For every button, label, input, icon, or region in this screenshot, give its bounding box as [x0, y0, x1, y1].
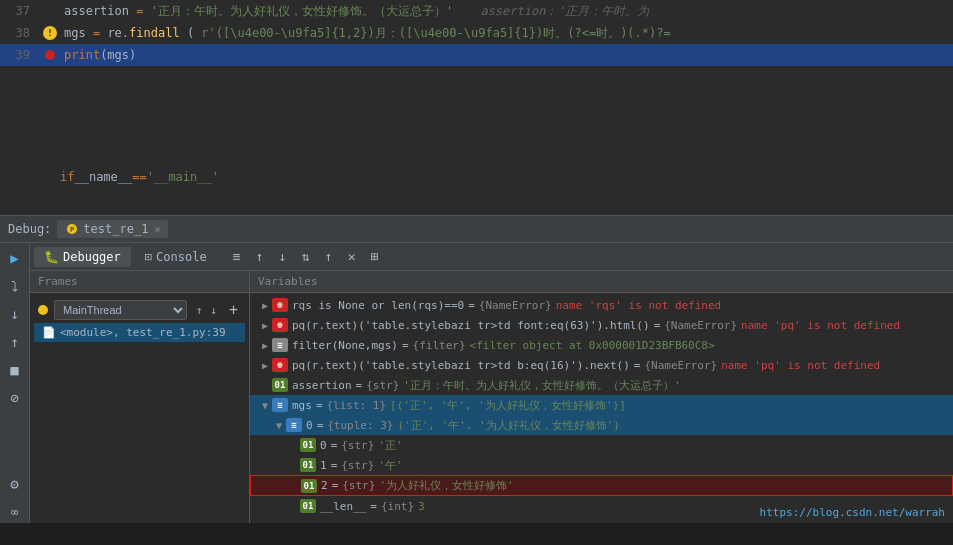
- thread-status-dot: [38, 305, 48, 315]
- expand-mgs: ▼: [258, 400, 272, 411]
- python-icon: P: [65, 222, 79, 236]
- toolbar-table-icon[interactable]: ⊞: [365, 247, 385, 267]
- variables-header: Variables: [250, 271, 953, 293]
- frames-content: MainThread ↑ ↓ + 📄 <module>, test_re_1.p…: [30, 293, 249, 523]
- code-empty-space: [0, 66, 953, 166]
- debug-label: Debug:: [8, 222, 51, 236]
- frame-thread: MainThread ↑ ↓ +: [34, 297, 245, 323]
- icon-mgs: ≡: [272, 398, 288, 412]
- frame-up-arrow[interactable]: ↑: [193, 303, 206, 318]
- infinity-icon[interactable]: ∞: [4, 501, 26, 523]
- warning-icon: !: [43, 26, 57, 40]
- debug-tab-close[interactable]: ×: [154, 224, 160, 235]
- toolbar-export-icon[interactable]: ↑: [319, 247, 339, 267]
- frame-add-button[interactable]: +: [226, 301, 241, 319]
- tab-debugger[interactable]: 🐛 Debugger: [34, 247, 131, 267]
- left-icon-bar: ▶ ⤵ ↓ ↑ ■ ⊘ ⚙ ∞: [0, 243, 30, 523]
- toolbar-list-icon[interactable]: ≡: [227, 247, 247, 267]
- icon-len: 01: [300, 499, 316, 513]
- expand-len: ▶: [286, 501, 300, 512]
- var-row-assertion[interactable]: ▶ 01 assertion = {str} '正月：午时。为人好礼仪，女性好修…: [250, 375, 953, 395]
- variables-content: ▶ ⊗ rqs is None or len(rqs)==0 = {NameEr…: [250, 293, 953, 523]
- debug-bar: Debug: P test_re_1 ×: [0, 215, 953, 243]
- variables-panel: Variables ▶ ⊗ rqs is None or len(rqs)==0…: [250, 271, 953, 523]
- tab-console[interactable]: ⊡ Console: [135, 247, 217, 267]
- var-name-tuple0: 0: [306, 419, 313, 432]
- var-row-pq1[interactable]: ▶ ⊗ pq(r.text)('table.stylebazi tr>td fo…: [250, 315, 953, 335]
- line-gutter-39: [40, 50, 60, 60]
- debug-tabs-bar: 🐛 Debugger ⊡ Console ≡ ↑ ↓ ⇅ ↑ ✕ ⊞: [30, 243, 953, 271]
- var-row-rqs[interactable]: ▶ ⊗ rqs is None or len(rqs)==0 = {NameEr…: [250, 295, 953, 315]
- toolbar-stop-small-icon[interactable]: ✕: [342, 247, 362, 267]
- icon-pq1: ⊗: [272, 318, 288, 332]
- code-line-38: 38 ! mgs = re.findall ( r'([\u4e00-\u9fa…: [0, 22, 953, 44]
- expand-pq2: ▶: [258, 360, 272, 371]
- debug-panel: ▶ ⤵ ↓ ↑ ■ ⊘ ⚙ ∞ 🐛 Debugger ⊡ Console ≡ ↑…: [0, 243, 953, 523]
- var-name-child0: 0: [320, 439, 327, 452]
- expand-child0: ▶: [286, 440, 300, 451]
- expand-tuple0: ▼: [272, 420, 286, 431]
- breakpoint-icon: [45, 50, 55, 60]
- step-into-icon[interactable]: ↓: [4, 303, 26, 325]
- code-line-39: 39 print(mgs): [0, 44, 953, 66]
- toolbar-up-icon[interactable]: ↑: [250, 247, 270, 267]
- if-name-line: if __name__ == '__main__': [0, 166, 953, 188]
- line-number-39: 39: [0, 48, 40, 62]
- line-content-37: assertion = '正月：午时。为人好礼仪，女性好修饰。（大运总子）' a…: [60, 3, 953, 20]
- expand-child2: ▶: [287, 480, 301, 491]
- frames-header: Frames: [30, 271, 249, 293]
- expand-assertion: ▶: [258, 380, 272, 391]
- line-content-39: print(mgs): [60, 48, 953, 62]
- var-name-pq2: pq(r.text)('table.stylebazi tr>td b:eq(1…: [292, 359, 630, 372]
- frame-item-module[interactable]: 📄 <module>, test_re_1.py:39: [34, 323, 245, 342]
- stop-icon[interactable]: ■: [4, 359, 26, 381]
- frame-file-icon: 📄: [42, 326, 56, 339]
- expand-filter: ▶: [258, 340, 272, 351]
- debug-tab-name: test_re_1: [83, 222, 148, 236]
- settings-icon[interactable]: ⚙: [4, 473, 26, 495]
- var-row-pq2[interactable]: ▶ ⊗ pq(r.text)('table.stylebazi tr>td b:…: [250, 355, 953, 375]
- icon-child2: 01: [301, 479, 317, 493]
- var-row-child-0[interactable]: ▶ 01 0 = {str} '正': [250, 435, 953, 455]
- var-name-child1: 1: [320, 459, 327, 472]
- toolbar-icons: ≡ ↑ ↓ ⇅ ↑ ✕ ⊞: [227, 247, 385, 267]
- expand-pq1: ▶: [258, 320, 272, 331]
- panel-content: Frames MainThread ↑ ↓ + 📄: [30, 271, 953, 523]
- icon-child0: 01: [300, 438, 316, 452]
- debug-session-tab[interactable]: P test_re_1 ×: [57, 220, 168, 238]
- icon-rqs: ⊗: [272, 298, 288, 312]
- toolbar-down-icon[interactable]: ↓: [273, 247, 293, 267]
- icon-assertion: 01: [272, 378, 288, 392]
- var-name-rqs: rqs is None or len(rqs)==0: [292, 299, 464, 312]
- thread-selector[interactable]: MainThread: [54, 300, 187, 320]
- var-row-child-1[interactable]: ▶ 01 1 = {str} '午': [250, 455, 953, 475]
- icon-pq2: ⊗: [272, 358, 288, 372]
- frames-panel: Frames MainThread ↑ ↓ + 📄: [30, 271, 250, 523]
- var-name-len: __len__: [320, 500, 366, 513]
- console-tab-icon: ⊡: [145, 250, 152, 264]
- resume-icon[interactable]: ▶: [4, 247, 26, 269]
- var-name-pq1: pq(r.text)('table.stylebazi tr>td font:e…: [292, 319, 650, 332]
- var-row-tuple-0[interactable]: ▼ ≡ 0 = {tuple: 3} ('正', '午', '为人好礼仪，女性好…: [250, 415, 953, 435]
- debug-main: 🐛 Debugger ⊡ Console ≡ ↑ ↓ ⇅ ↑ ✕ ⊞ Frame…: [30, 243, 953, 523]
- console-tab-label: Console: [156, 250, 207, 264]
- line-number-38: 38: [0, 26, 40, 40]
- line-content-38: mgs = re.findall ( r'([\u4e00-\u9fa5]{1,…: [60, 25, 953, 42]
- var-row-child-2[interactable]: ▶ 01 2 = {str} '为人好礼仪，女性好修饰': [250, 475, 953, 496]
- step-out-icon[interactable]: ↑: [4, 331, 26, 353]
- step-over-icon[interactable]: ⤵: [4, 275, 26, 297]
- expand-child1: ▶: [286, 460, 300, 471]
- toolbar-step-icon[interactable]: ⇅: [296, 247, 316, 267]
- var-row-mgs[interactable]: ▼ ≡ mgs = {list: 1} [('正', '午', '为人好礼仪，女…: [250, 395, 953, 415]
- debugger-tab-icon: 🐛: [44, 250, 59, 264]
- icon-child1: 01: [300, 458, 316, 472]
- var-row-filter[interactable]: ▶ ≡ filter(None,mgs) = {filter} <filter …: [250, 335, 953, 355]
- expand-rqs: ▶: [258, 300, 272, 311]
- icon-filter: ≡: [272, 338, 288, 352]
- mute-breakpoints-icon[interactable]: ⊘: [4, 387, 26, 409]
- svg-text:P: P: [70, 226, 74, 234]
- frame-down-arrow[interactable]: ↓: [207, 303, 220, 318]
- icon-tuple0: ≡: [286, 418, 302, 432]
- frame-nav-arrows: ↑ ↓: [193, 303, 220, 318]
- var-name-filter: filter(None,mgs): [292, 339, 398, 352]
